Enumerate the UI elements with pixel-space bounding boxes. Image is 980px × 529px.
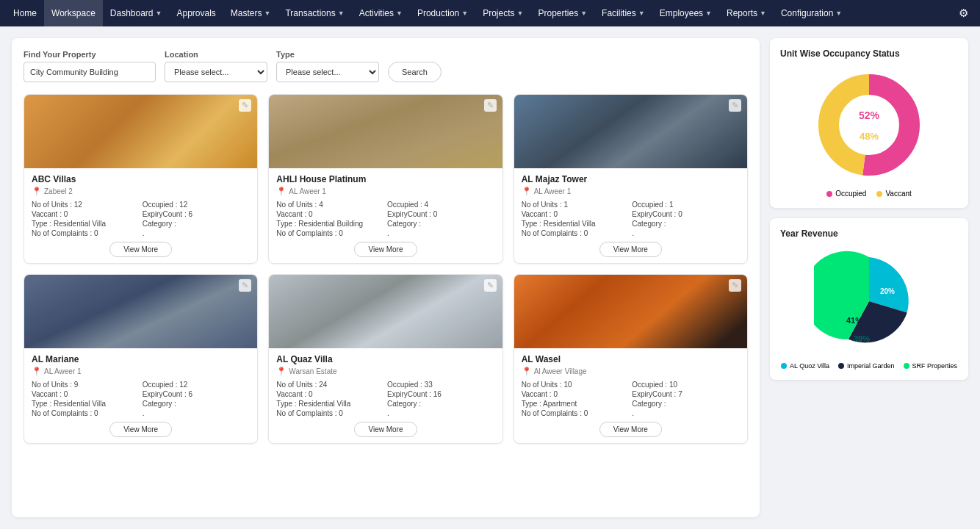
units-label: No of Units : 9 <box>32 381 140 389</box>
property-location: 📍 Zabeel 2 <box>32 187 250 196</box>
occupied-value: Occupied : 10 <box>632 381 740 389</box>
view-more-button[interactable]: View More <box>599 422 662 437</box>
expiry-value: ExpiryCount : 0 <box>632 210 740 218</box>
complaints-label: No of Complaints : 0 <box>32 229 140 237</box>
nav-activities[interactable]: Activities ▼ <box>352 0 410 26</box>
vaccant-legend-dot <box>876 191 882 197</box>
vaccant-label: Vaccant : 0 <box>522 390 630 398</box>
edit-icon[interactable]: ✎ <box>729 279 741 292</box>
nav-reports[interactable]: Reports ▼ <box>719 0 774 26</box>
imperial-dot <box>838 363 844 369</box>
property-location: 📍 AL Aweer 1 <box>276 187 494 196</box>
nav-properties[interactable]: Properties ▼ <box>530 0 594 26</box>
view-more-button[interactable]: View More <box>354 422 417 437</box>
occupied-legend-item: Occupied <box>826 190 866 198</box>
main-layout: Find Your Property Location Please selec… <box>0 26 980 529</box>
occupied-value: Occupied : 33 <box>387 381 495 389</box>
vaccant-label: Vaccant : 0 <box>276 390 384 398</box>
card-body: AHLI House Platinum 📍 AL Aweer 1 No of U… <box>269 168 502 263</box>
nav-facilities[interactable]: Facilities ▼ <box>594 0 652 26</box>
search-button[interactable]: Search <box>388 62 442 82</box>
donut-chart: 52% 48% <box>810 66 928 184</box>
nav-configuration[interactable]: Configuration ▼ <box>774 0 849 26</box>
location-pin-icon: 📍 <box>32 187 42 196</box>
nav-home[interactable]: Home <box>6 0 44 26</box>
view-more-button[interactable]: View More <box>354 242 417 257</box>
complaints-label: No of Complaints : 0 <box>522 229 630 237</box>
location-text: AL Aweer 1 <box>289 187 326 195</box>
property-name: AL Wasel <box>522 354 740 364</box>
svg-text:39%: 39% <box>854 334 870 343</box>
property-grid: ✎ ABC Villas 📍 Zabeel 2 No of Units : 12… <box>24 94 748 444</box>
chevron-down-icon: ▼ <box>396 10 403 17</box>
chevron-down-icon: ▼ <box>638 10 645 17</box>
location-pin-icon: 📍 <box>32 367 42 376</box>
vaccant-label: Vaccant : 0 <box>32 210 140 218</box>
occupied-legend-label: Occupied <box>835 190 866 198</box>
revenue-legend-al-quoz: AL Quoz Villa <box>781 362 829 370</box>
svg-text:52%: 52% <box>859 109 880 121</box>
nav-approvals[interactable]: Approvals <box>169 0 223 26</box>
revenue-title: Year Revenue <box>780 228 958 239</box>
edit-icon[interactable]: ✎ <box>484 279 497 292</box>
srf-label: SRF Properties <box>912 362 958 370</box>
nav-projects[interactable]: Projects ▼ <box>475 0 530 26</box>
svg-text:41%: 41% <box>846 316 862 325</box>
edit-icon[interactable]: ✎ <box>484 99 497 112</box>
complaints-label: No of Complaints : 0 <box>276 229 384 237</box>
location-select[interactable]: Please select... <box>165 62 267 82</box>
expiry-value: ExpiryCount : 6 <box>143 390 251 398</box>
dot-value: . <box>143 229 251 237</box>
nav-production[interactable]: Production ▼ <box>410 0 475 26</box>
location-pin-icon: 📍 <box>276 367 287 376</box>
view-more-button[interactable]: View More <box>599 242 662 257</box>
card-body: AL Wasel 📍 Al Aweer Village No of Units … <box>514 348 747 443</box>
type-label: Type : Apartment <box>522 400 630 408</box>
property-card: ✎ AL Wasel 📍 Al Aweer Village No of Unit… <box>514 274 748 444</box>
right-panel: Unit Wise Occupancy Status 52% 48% Occup… <box>770 38 968 517</box>
category-value: Category : <box>387 400 495 408</box>
occupied-value: Occupied : 1 <box>632 201 740 209</box>
edit-icon[interactable]: ✎ <box>239 279 251 292</box>
property-card: ✎ ABC Villas 📍 Zabeel 2 No of Units : 12… <box>24 94 258 264</box>
chevron-down-icon: ▼ <box>156 10 162 17</box>
nav-masters[interactable]: Masters ▼ <box>223 0 278 26</box>
nav-employees[interactable]: Employees ▼ <box>652 0 719 26</box>
nav-transactions[interactable]: Transactions ▼ <box>278 0 351 26</box>
location-text: AL Aweer 1 <box>534 187 572 195</box>
property-image: ✎ <box>269 275 502 348</box>
property-name: AL Quaz Villa <box>276 354 494 364</box>
al-quoz-label: AL Quoz Villa <box>790 362 829 370</box>
find-property-input[interactable] <box>24 62 156 82</box>
nav-dashboard[interactable]: Dashboard ▼ <box>103 0 170 26</box>
search-bar: Find Your Property Location Please selec… <box>24 50 748 82</box>
occupied-value: Occupied : 4 <box>387 201 495 209</box>
expiry-value: ExpiryCount : 16 <box>387 390 495 398</box>
nav-workspace[interactable]: Workspace <box>44 0 103 26</box>
occupancy-title: Unit Wise Occupancy Status <box>780 48 958 59</box>
expiry-value: ExpiryCount : 0 <box>387 210 495 218</box>
property-details: No of Units : 4 Occupied : 4 Vaccant : 0… <box>276 201 494 237</box>
property-image: ✎ <box>514 275 747 348</box>
view-more-button[interactable]: View More <box>109 242 172 257</box>
imperial-label: Imperial Garden <box>847 362 895 370</box>
property-details: No of Units : 10 Occupied : 10 Vaccant :… <box>522 381 740 417</box>
chevron-down-icon: ▼ <box>264 10 271 17</box>
location-pin-icon: 📍 <box>276 187 287 196</box>
edit-icon[interactable]: ✎ <box>239 99 251 112</box>
chevron-down-icon: ▼ <box>517 10 524 17</box>
vaccant-label: Vaccant : 0 <box>276 210 384 218</box>
location-text: Al Aweer Village <box>534 367 587 375</box>
location-pin-icon: 📍 <box>522 367 532 376</box>
edit-icon[interactable]: ✎ <box>729 99 741 112</box>
location-pin-icon: 📍 <box>522 187 532 196</box>
type-select[interactable]: Please select... <box>276 62 379 82</box>
dot-value: . <box>632 409 740 417</box>
find-property-field: Find Your Property <box>24 50 156 82</box>
card-body: AL Quaz Villa 📍 Warsan Estate No of Unit… <box>269 348 502 443</box>
property-image: ✎ <box>514 95 747 168</box>
view-more-button[interactable]: View More <box>109 422 172 437</box>
settings-icon[interactable]: ⚙ <box>953 7 974 20</box>
property-name: AHLI House Platinum <box>276 174 494 184</box>
navbar: Home Workspace Dashboard ▼ Approvals Mas… <box>0 0 980 26</box>
